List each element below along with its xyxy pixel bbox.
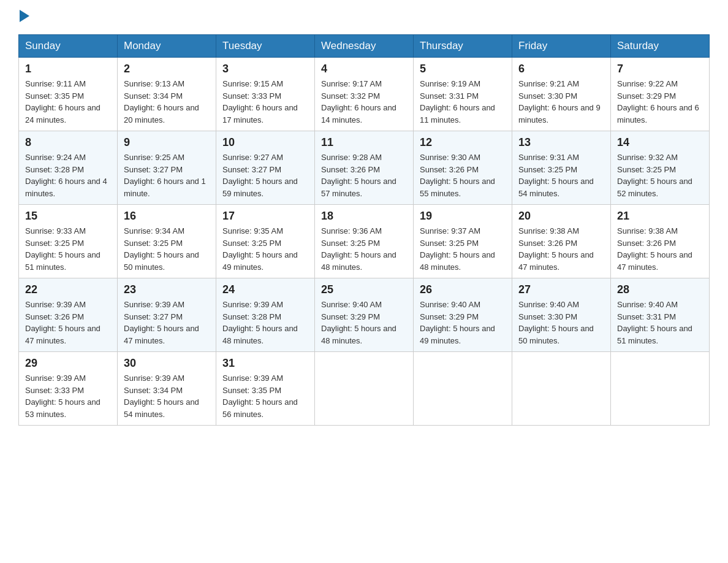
day-number: 9 bbox=[124, 136, 210, 149]
week-row-2: 8Sunrise: 9:24 AMSunset: 3:28 PMDaylight… bbox=[19, 131, 710, 205]
day-info: Sunrise: 9:25 AMSunset: 3:27 PMDaylight:… bbox=[124, 151, 210, 199]
day-number: 21 bbox=[617, 210, 703, 223]
calendar-cell: 31Sunrise: 9:39 AMSunset: 3:35 PMDayligh… bbox=[216, 352, 315, 426]
day-info: Sunrise: 9:34 AMSunset: 3:25 PMDaylight:… bbox=[124, 225, 210, 273]
day-number: 27 bbox=[518, 283, 604, 296]
day-number: 2 bbox=[124, 63, 210, 75]
day-number: 19 bbox=[420, 210, 506, 223]
day-number: 13 bbox=[518, 136, 604, 149]
header-row: SundayMondayTuesdayWednesdayThursdayFrid… bbox=[19, 35, 710, 58]
day-number: 11 bbox=[321, 136, 407, 149]
calendar-cell bbox=[512, 352, 611, 426]
day-number: 22 bbox=[25, 283, 111, 296]
day-info: Sunrise: 9:39 AMSunset: 3:27 PMDaylight:… bbox=[124, 299, 210, 347]
calendar-cell: 16Sunrise: 9:34 AMSunset: 3:25 PMDayligh… bbox=[118, 205, 216, 278]
week-row-1: 1Sunrise: 9:11 AMSunset: 3:35 PMDaylight… bbox=[19, 58, 710, 131]
day-info: Sunrise: 9:17 AMSunset: 3:32 PMDaylight:… bbox=[321, 78, 407, 126]
calendar-cell bbox=[611, 352, 710, 426]
calendar-cell bbox=[414, 352, 512, 426]
calendar-cell: 19Sunrise: 9:37 AMSunset: 3:25 PMDayligh… bbox=[414, 205, 512, 278]
calendar-cell: 2Sunrise: 9:13 AMSunset: 3:34 PMDaylight… bbox=[118, 58, 216, 131]
day-number: 6 bbox=[518, 63, 604, 75]
day-number: 4 bbox=[321, 63, 407, 75]
day-number: 18 bbox=[321, 210, 407, 223]
day-number: 15 bbox=[25, 210, 111, 223]
day-info: Sunrise: 9:40 AMSunset: 3:30 PMDaylight:… bbox=[518, 299, 604, 347]
day-number: 3 bbox=[222, 63, 308, 75]
day-info: Sunrise: 9:38 AMSunset: 3:26 PMDaylight:… bbox=[617, 225, 703, 273]
logo-arrow-icon bbox=[20, 10, 29, 22]
header-cell-friday: Friday bbox=[512, 35, 611, 58]
day-number: 7 bbox=[617, 63, 703, 75]
calendar-cell: 10Sunrise: 9:27 AMSunset: 3:27 PMDayligh… bbox=[216, 131, 315, 205]
week-row-5: 29Sunrise: 9:39 AMSunset: 3:33 PMDayligh… bbox=[19, 352, 710, 426]
day-info: Sunrise: 9:39 AMSunset: 3:26 PMDaylight:… bbox=[25, 299, 111, 347]
week-row-4: 22Sunrise: 9:39 AMSunset: 3:26 PMDayligh… bbox=[19, 278, 710, 352]
calendar-body: 1Sunrise: 9:11 AMSunset: 3:35 PMDaylight… bbox=[19, 58, 710, 426]
day-number: 16 bbox=[124, 210, 210, 223]
day-info: Sunrise: 9:27 AMSunset: 3:27 PMDaylight:… bbox=[222, 151, 308, 199]
calendar-cell: 12Sunrise: 9:30 AMSunset: 3:26 PMDayligh… bbox=[414, 131, 512, 205]
day-info: Sunrise: 9:35 AMSunset: 3:25 PMDaylight:… bbox=[222, 225, 308, 273]
day-number: 5 bbox=[420, 63, 506, 75]
calendar-cell: 18Sunrise: 9:36 AMSunset: 3:25 PMDayligh… bbox=[315, 205, 414, 278]
calendar-cell: 26Sunrise: 9:40 AMSunset: 3:29 PMDayligh… bbox=[414, 278, 512, 352]
calendar-cell: 6Sunrise: 9:21 AMSunset: 3:30 PMDaylight… bbox=[512, 58, 611, 131]
header-cell-tuesday: Tuesday bbox=[216, 35, 315, 58]
day-number: 1 bbox=[25, 63, 111, 75]
calendar-cell: 11Sunrise: 9:28 AMSunset: 3:26 PMDayligh… bbox=[315, 131, 414, 205]
header-cell-thursday: Thursday bbox=[414, 35, 512, 58]
header-cell-saturday: Saturday bbox=[611, 35, 710, 58]
day-info: Sunrise: 9:15 AMSunset: 3:33 PMDaylight:… bbox=[222, 78, 308, 126]
calendar-cell: 20Sunrise: 9:38 AMSunset: 3:26 PMDayligh… bbox=[512, 205, 611, 278]
day-info: Sunrise: 9:39 AMSunset: 3:35 PMDaylight:… bbox=[222, 372, 308, 420]
calendar-cell: 25Sunrise: 9:40 AMSunset: 3:29 PMDayligh… bbox=[315, 278, 414, 352]
day-info: Sunrise: 9:39 AMSunset: 3:28 PMDaylight:… bbox=[222, 299, 308, 347]
calendar-cell: 3Sunrise: 9:15 AMSunset: 3:33 PMDaylight… bbox=[216, 58, 315, 131]
calendar-cell: 7Sunrise: 9:22 AMSunset: 3:29 PMDaylight… bbox=[611, 58, 710, 131]
day-number: 26 bbox=[420, 283, 506, 296]
day-number: 24 bbox=[222, 283, 308, 296]
day-info: Sunrise: 9:40 AMSunset: 3:29 PMDaylight:… bbox=[420, 299, 506, 347]
day-info: Sunrise: 9:33 AMSunset: 3:25 PMDaylight:… bbox=[25, 225, 111, 273]
day-number: 10 bbox=[222, 136, 308, 149]
day-number: 23 bbox=[124, 283, 210, 296]
day-info: Sunrise: 9:31 AMSunset: 3:25 PMDaylight:… bbox=[518, 151, 604, 199]
calendar-table: SundayMondayTuesdayWednesdayThursdayFrid… bbox=[18, 34, 710, 426]
day-number: 12 bbox=[420, 136, 506, 149]
calendar-cell: 9Sunrise: 9:25 AMSunset: 3:27 PMDaylight… bbox=[118, 131, 216, 205]
calendar-cell: 21Sunrise: 9:38 AMSunset: 3:26 PMDayligh… bbox=[611, 205, 710, 278]
calendar-cell: 29Sunrise: 9:39 AMSunset: 3:33 PMDayligh… bbox=[19, 352, 118, 426]
day-number: 8 bbox=[25, 136, 111, 149]
page-header bbox=[18, 12, 710, 22]
day-info: Sunrise: 9:40 AMSunset: 3:29 PMDaylight:… bbox=[321, 299, 407, 347]
calendar-cell: 1Sunrise: 9:11 AMSunset: 3:35 PMDaylight… bbox=[19, 58, 118, 131]
day-number: 17 bbox=[222, 210, 308, 223]
day-info: Sunrise: 9:11 AMSunset: 3:35 PMDaylight:… bbox=[25, 78, 111, 126]
calendar-header: SundayMondayTuesdayWednesdayThursdayFrid… bbox=[19, 35, 710, 58]
day-number: 30 bbox=[124, 357, 210, 370]
day-number: 25 bbox=[321, 283, 407, 296]
day-info: Sunrise: 9:36 AMSunset: 3:25 PMDaylight:… bbox=[321, 225, 407, 273]
day-number: 20 bbox=[518, 210, 604, 223]
calendar-cell: 5Sunrise: 9:19 AMSunset: 3:31 PMDaylight… bbox=[414, 58, 512, 131]
day-number: 14 bbox=[617, 136, 703, 149]
header-cell-sunday: Sunday bbox=[19, 35, 118, 58]
calendar-cell: 23Sunrise: 9:39 AMSunset: 3:27 PMDayligh… bbox=[118, 278, 216, 352]
day-info: Sunrise: 9:40 AMSunset: 3:31 PMDaylight:… bbox=[617, 299, 703, 347]
day-info: Sunrise: 9:39 AMSunset: 3:33 PMDaylight:… bbox=[25, 372, 111, 420]
day-info: Sunrise: 9:22 AMSunset: 3:29 PMDaylight:… bbox=[617, 78, 703, 126]
day-info: Sunrise: 9:32 AMSunset: 3:25 PMDaylight:… bbox=[617, 151, 703, 199]
logo bbox=[18, 12, 29, 22]
header-cell-wednesday: Wednesday bbox=[315, 35, 414, 58]
day-info: Sunrise: 9:21 AMSunset: 3:30 PMDaylight:… bbox=[518, 78, 604, 126]
day-info: Sunrise: 9:19 AMSunset: 3:31 PMDaylight:… bbox=[420, 78, 506, 126]
calendar-cell: 15Sunrise: 9:33 AMSunset: 3:25 PMDayligh… bbox=[19, 205, 118, 278]
week-row-3: 15Sunrise: 9:33 AMSunset: 3:25 PMDayligh… bbox=[19, 205, 710, 278]
calendar-cell: 17Sunrise: 9:35 AMSunset: 3:25 PMDayligh… bbox=[216, 205, 315, 278]
day-info: Sunrise: 9:30 AMSunset: 3:26 PMDaylight:… bbox=[420, 151, 506, 199]
calendar-cell: 22Sunrise: 9:39 AMSunset: 3:26 PMDayligh… bbox=[19, 278, 118, 352]
calendar-cell: 14Sunrise: 9:32 AMSunset: 3:25 PMDayligh… bbox=[611, 131, 710, 205]
day-number: 31 bbox=[222, 357, 308, 370]
day-info: Sunrise: 9:28 AMSunset: 3:26 PMDaylight:… bbox=[321, 151, 407, 199]
